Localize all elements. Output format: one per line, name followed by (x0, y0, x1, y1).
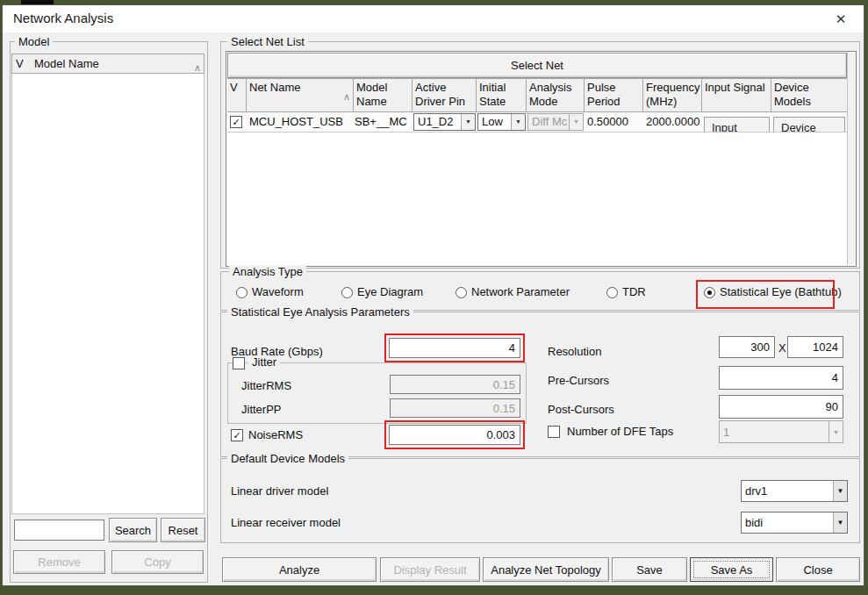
radio-network-parameter[interactable] (456, 287, 467, 298)
network-analysis-dialog: Network Analysis ✕ Model V Model Name ∧ … (2, 4, 864, 586)
dialog-title: Network Analysis (13, 11, 113, 25)
save-button[interactable]: Save (612, 557, 687, 582)
post-cursors-label: Post-Cursors (548, 403, 614, 416)
linear-driver-model-label: Linear driver model (231, 484, 328, 498)
chevron-down-icon: ▼ (833, 481, 847, 501)
pre-cursors-input[interactable] (719, 366, 843, 390)
default-device-models-label: Default Device Models (227, 452, 348, 465)
chevron-down-icon: ▼ (829, 421, 843, 442)
row-analysis-mode-cell: Diff Mc ▼ (527, 112, 585, 132)
post-cursors-input[interactable] (719, 395, 843, 419)
col-header-active-driver-pin[interactable]: Active Driver Pin (412, 78, 477, 112)
copy-button[interactable]: Copy (111, 550, 204, 574)
radio-eye-diagram-label: Eye Diagram (357, 285, 423, 298)
linear-receiver-model-value: bidi (742, 516, 833, 529)
net-table-scrollbar[interactable] (847, 53, 856, 265)
col-header-analysis-mode[interactable]: Analysis Mode (527, 78, 585, 112)
radio-statistical-eye-label: Statistical Eye (Bathtub) (720, 285, 842, 298)
row-device-models-cell: Device (771, 112, 847, 132)
col-header-net-name[interactable]: Net Name ∧ (247, 78, 354, 112)
save-as-button[interactable]: Save As (690, 557, 773, 582)
jitter-checkbox[interactable] (233, 357, 245, 369)
row-active-driver-pin-cell: U1_D2 ▼ (412, 112, 477, 132)
noise-rms-label: NoiseRMS (248, 428, 303, 441)
jitter-rms-input[interactable] (390, 375, 520, 394)
net-table-header-row: V Net Name ∧ Model Name Active Driver Pi… (227, 78, 847, 112)
linear-receiver-model-dropdown[interactable]: bidi ▼ (741, 512, 848, 534)
stat-eye-params-label: Statistical Eye Analysis Parameters (227, 305, 413, 319)
col-header-frequency[interactable]: Frequency (MHz) (643, 78, 702, 112)
sort-asc-icon: ∧ (343, 90, 350, 104)
search-button[interactable]: Search (109, 518, 157, 542)
close-icon[interactable]: ✕ (827, 7, 855, 31)
model-group-label: Model (15, 35, 53, 48)
resolution-y-input[interactable] (787, 336, 843, 358)
chevron-down-icon: ▼ (461, 114, 475, 130)
close-button[interactable]: Close (776, 557, 860, 582)
row-pulse-period-cell[interactable]: 0.50000 (585, 112, 643, 132)
col-header-model-name[interactable]: Model Name (354, 78, 412, 112)
col-header-pulse-period[interactable]: Pulse Period (585, 78, 643, 112)
select-net-button[interactable]: Select Net (227, 53, 847, 78)
model-name-header-label: Model Name (34, 57, 99, 70)
jitter-label: Jitter (248, 355, 280, 369)
initial-state-value: Low (478, 114, 511, 130)
model-name-column-header[interactable]: Model Name ∧ (31, 54, 204, 74)
row-net-name-cell[interactable]: MCU_HOST_USB (247, 112, 354, 132)
chevron-down-icon: ▼ (511, 114, 525, 130)
radio-eye-diagram[interactable] (341, 287, 353, 298)
row-model-name-cell[interactable]: SB+__MC (354, 112, 412, 132)
row-initial-state-cell: Low ▼ (477, 112, 527, 132)
dfe-taps-checkbox[interactable] (548, 426, 560, 438)
select-net-list-label: Select Net List (227, 35, 308, 48)
net-row-checkbox[interactable]: ✓ (230, 116, 242, 128)
resolution-separator: X (778, 341, 786, 355)
radio-statistical-eye[interactable] (704, 287, 715, 298)
row-check-cell: ✓ (227, 112, 247, 132)
input-signal-button[interactable]: Input (704, 117, 770, 132)
col-header-input-signal[interactable]: Input Signal (702, 78, 771, 112)
resolution-x-input[interactable] (719, 336, 775, 358)
chevron-down-icon: ▼ (833, 513, 847, 533)
model-check-column-header[interactable]: V (11, 54, 32, 74)
analysis-mode-dropdown[interactable]: Diff Mc ▼ (527, 113, 584, 131)
jitter-rms-label: JitterRMS (241, 379, 291, 392)
col-header-net-name-label: Net Name (249, 81, 301, 94)
radio-tdr-label: TDR (622, 285, 646, 298)
analyze-net-topology-button[interactable]: Analyze Net Topology (483, 557, 609, 582)
model-search-input[interactable] (14, 520, 104, 541)
active-driver-pin-value: U1_D2 (414, 114, 461, 130)
linear-driver-model-value: drv1 (742, 484, 833, 498)
active-driver-pin-dropdown[interactable]: U1_D2 ▼ (413, 113, 476, 131)
resolution-label: Resolution (548, 345, 601, 358)
pre-cursors-label: Pre-Cursors (548, 374, 609, 387)
jitter-pp-input[interactable] (390, 398, 520, 418)
row-input-signal-cell: Input (702, 112, 771, 132)
dfe-taps-dropdown[interactable]: 1 ▼ (719, 420, 843, 443)
linear-receiver-model-label: Linear receiver model (231, 516, 341, 529)
model-list[interactable] (11, 74, 204, 514)
remove-button[interactable]: Remove (13, 550, 105, 574)
linear-driver-model-dropdown[interactable]: drv1 ▼ (741, 480, 848, 502)
baud-rate-input[interactable] (389, 338, 520, 358)
radio-network-parameter-label: Network Parameter (471, 285, 570, 298)
sort-asc-icon: ∧ (194, 59, 201, 74)
noise-rms-input[interactable] (389, 425, 520, 445)
row-frequency-cell[interactable]: 2000.0000 (643, 112, 702, 132)
radio-tdr[interactable] (606, 287, 618, 298)
radio-waveform-label: Waveform (252, 285, 304, 298)
radio-waveform[interactable] (236, 287, 247, 298)
reset-button[interactable]: Reset (161, 518, 205, 542)
device-models-button[interactable]: Device (773, 117, 845, 132)
initial-state-dropdown[interactable]: Low ▼ (477, 113, 526, 131)
analysis-type-label: Analysis Type (229, 265, 306, 278)
col-header-device-models[interactable]: Device Models (771, 78, 847, 112)
analyze-button[interactable]: Analyze (222, 557, 377, 582)
col-header-check[interactable]: V (227, 78, 247, 112)
display-result-button[interactable]: Display Result (380, 557, 480, 582)
title-bar: Network Analysis ✕ (3, 5, 864, 32)
analysis-mode-value: Diff Mc (528, 114, 569, 130)
col-header-initial-state[interactable]: Initial State (477, 78, 527, 112)
noise-rms-checkbox[interactable]: ✓ (231, 429, 243, 441)
jitter-pp-label: JitterPP (241, 403, 282, 416)
